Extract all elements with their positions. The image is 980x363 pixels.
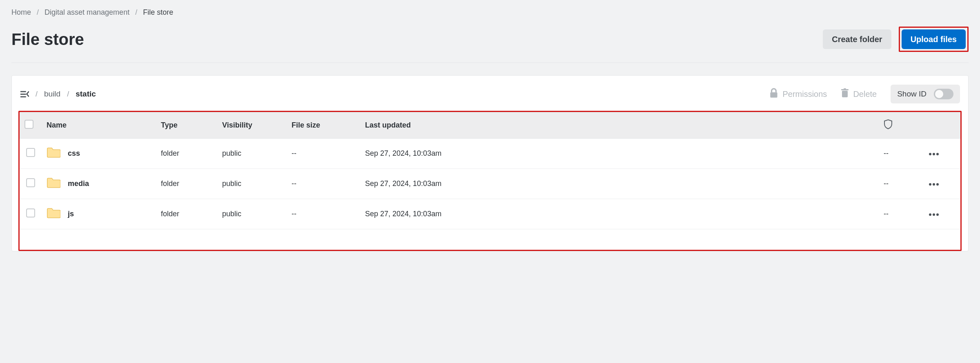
- row-type: folder: [156, 169, 217, 199]
- row-permission: --: [879, 139, 924, 169]
- collapse-breadcrumb-icon[interactable]: [20, 90, 29, 98]
- row-type: folder: [156, 139, 217, 169]
- table-row: js folder public -- Sep 27, 2024, 10:03a…: [20, 199, 960, 229]
- row-visibility: public: [217, 199, 287, 229]
- folder-icon: [47, 177, 60, 190]
- row-size: --: [287, 169, 360, 199]
- delete-label: Delete: [853, 90, 877, 99]
- col-permissions: [879, 112, 924, 139]
- row-permission: --: [879, 169, 924, 199]
- folder-icon: [47, 147, 60, 160]
- row-visibility: public: [217, 139, 287, 169]
- col-type[interactable]: Type: [156, 112, 217, 139]
- svg-point-15: [936, 213, 939, 216]
- row-name[interactable]: css: [68, 149, 80, 158]
- row-size: --: [287, 139, 360, 169]
- row-menu-button[interactable]: [929, 152, 939, 156]
- row-type: folder: [156, 199, 217, 229]
- row-visibility: public: [217, 169, 287, 199]
- svg-point-7: [929, 153, 931, 155]
- select-all-checkbox[interactable]: [24, 120, 33, 129]
- path-build[interactable]: build: [44, 90, 60, 99]
- row-name[interactable]: media: [68, 179, 89, 188]
- path-sep: /: [67, 90, 69, 99]
- row-name[interactable]: js: [68, 210, 74, 218]
- svg-point-11: [933, 183, 935, 186]
- lock-icon: [769, 88, 778, 101]
- row-checkbox[interactable]: [26, 178, 35, 187]
- row-size: --: [287, 199, 360, 229]
- svg-rect-3: [771, 92, 777, 97]
- svg-rect-5: [841, 89, 849, 90]
- svg-point-12: [936, 183, 939, 186]
- col-size[interactable]: File size: [287, 112, 360, 139]
- breadcrumb-sep: /: [135, 8, 137, 17]
- row-permission: --: [879, 199, 924, 229]
- show-id-toggle[interactable]: [934, 89, 953, 99]
- create-folder-button[interactable]: Create folder: [823, 29, 891, 49]
- permissions-action: Permissions: [769, 88, 827, 101]
- svg-point-14: [933, 213, 935, 216]
- row-checkbox[interactable]: [26, 148, 35, 157]
- col-name[interactable]: Name: [42, 112, 156, 139]
- breadcrumb-sep: /: [37, 8, 39, 17]
- svg-point-13: [929, 213, 931, 216]
- row-checkbox[interactable]: [26, 208, 35, 217]
- page-title: File store: [11, 30, 84, 49]
- table-highlight: Name Type Visibility File size Last upda…: [18, 111, 962, 251]
- show-id-toggle-group: Show ID: [891, 85, 960, 103]
- row-updated: Sep 27, 2024, 10:03am: [360, 169, 879, 199]
- svg-point-8: [933, 153, 935, 155]
- svg-rect-0: [20, 91, 26, 92]
- shield-icon: [884, 119, 893, 130]
- folder-icon: [47, 207, 60, 221]
- row-menu-button[interactable]: [929, 213, 939, 216]
- row-menu-button[interactable]: [929, 183, 939, 186]
- show-id-label: Show ID: [897, 90, 927, 99]
- delete-action: Delete: [841, 88, 877, 100]
- svg-rect-2: [20, 96, 26, 97]
- row-updated: Sep 27, 2024, 10:03am: [360, 199, 879, 229]
- trash-icon: [841, 88, 849, 100]
- permissions-label: Permissions: [782, 90, 827, 99]
- svg-point-9: [936, 153, 939, 155]
- svg-rect-1: [20, 94, 26, 95]
- col-visibility[interactable]: Visibility: [217, 112, 287, 139]
- page-actions: Create folder Upload files: [823, 27, 969, 52]
- svg-rect-6: [844, 88, 846, 89]
- row-updated: Sep 27, 2024, 10:03am: [360, 139, 879, 169]
- breadcrumb-dam[interactable]: Digital asset management: [45, 8, 129, 17]
- file-table: Name Type Visibility File size Last upda…: [20, 112, 960, 229]
- table-row: css folder public -- Sep 27, 2024, 10:03…: [20, 139, 960, 169]
- col-actions: [924, 112, 960, 139]
- upload-files-button[interactable]: Upload files: [902, 29, 966, 49]
- table-row: media folder public -- Sep 27, 2024, 10:…: [20, 169, 960, 199]
- breadcrumb-current: File store: [143, 8, 173, 17]
- svg-rect-4: [842, 91, 848, 97]
- path-static: static: [76, 90, 96, 99]
- upload-highlight: Upload files: [899, 27, 969, 52]
- path-sep: /: [36, 90, 38, 99]
- breadcrumb: Home / Digital asset management / File s…: [11, 8, 969, 17]
- svg-point-10: [929, 183, 931, 186]
- file-panel: / build / static Permissions: [11, 75, 969, 251]
- col-updated[interactable]: Last updated: [360, 112, 879, 139]
- breadcrumb-home[interactable]: Home: [11, 8, 31, 17]
